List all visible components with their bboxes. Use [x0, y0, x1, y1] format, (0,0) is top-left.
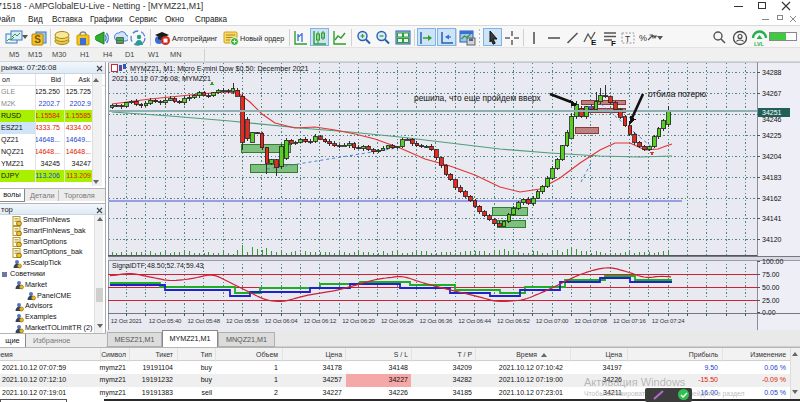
svg-text:E: E [591, 38, 597, 46]
svg-text:2021.10.12 07:26:08; MYMZ21: 2021.10.12 07:26:08; MYMZ21 [112, 74, 211, 83]
svg-text:100.00: 100.00 [762, 258, 784, 265]
svg-text:12 Oct 05:40: 12 Oct 05:40 [149, 318, 182, 324]
svg-text:12 Oct 06:36: 12 Oct 06:36 [420, 318, 453, 324]
svg-text:12 Oct 06:28: 12 Oct 06:28 [381, 318, 414, 324]
svg-text:LVL: LVL [754, 41, 765, 47]
svg-text:34225: 34225 [762, 132, 782, 139]
svg-text:12 Oct 05:56: 12 Oct 05:56 [226, 318, 259, 324]
svg-text:отбила потерю: отбила потерю [648, 89, 706, 99]
svg-text:50.00: 50.00 [762, 284, 780, 291]
svg-text:34246: 34246 [762, 116, 782, 123]
svg-text:12 Oct 06:52: 12 Oct 06:52 [497, 318, 530, 324]
svg-text:12 Oct 06:20: 12 Oct 06:20 [342, 318, 375, 324]
svg-text:12 Oct 06:44: 12 Oct 06:44 [458, 318, 491, 324]
svg-text:MYMZ21, M1: Micro E-mini Dow: MYMZ21, M1: Micro E-mini Dow $0.50: Dece… [130, 64, 309, 73]
svg-text:12 Oct 2021: 12 Oct 2021 [111, 318, 143, 324]
svg-text:S: S [34, 34, 41, 45]
svg-text:12 Oct 07:08: 12 Oct 07:08 [574, 318, 607, 324]
svg-text:F: F [611, 39, 616, 47]
svg-text:решила, что еще пройдем вверх: решила, что еще пройдем вверх [414, 93, 542, 103]
svg-text:75.00: 75.00 [762, 271, 780, 278]
svg-text:34204: 34204 [762, 153, 782, 160]
svg-text:34183: 34183 [762, 174, 782, 181]
svg-text:T: T [625, 34, 630, 44]
svg-text:34162: 34162 [762, 195, 782, 202]
svg-text:12 Oct 07:16: 12 Oct 07:16 [613, 318, 646, 324]
svg-text:34251: 34251 [762, 109, 782, 116]
svg-text:12 Oct 06:04: 12 Oct 06:04 [265, 318, 298, 324]
svg-text:12 Oct 05:48: 12 Oct 05:48 [187, 318, 220, 324]
svg-text:12 Oct 06:12: 12 Oct 06:12 [304, 318, 337, 324]
svg-text:%: % [639, 33, 647, 43]
svg-text:34267: 34267 [762, 90, 782, 97]
svg-text:12 Oct 07:24: 12 Oct 07:24 [652, 318, 685, 324]
svg-text:34141: 34141 [762, 215, 782, 222]
svg-text:12 Oct 07:00: 12 Oct 07:00 [536, 318, 569, 324]
svg-text:25.00: 25.00 [762, 297, 780, 304]
svg-text:34288: 34288 [762, 69, 782, 76]
svg-text:34120: 34120 [762, 236, 782, 243]
svg-text:SignalDTF 48.50 52.74 59.43: SignalDTF 48.50 52.74 59.43 [112, 262, 204, 270]
